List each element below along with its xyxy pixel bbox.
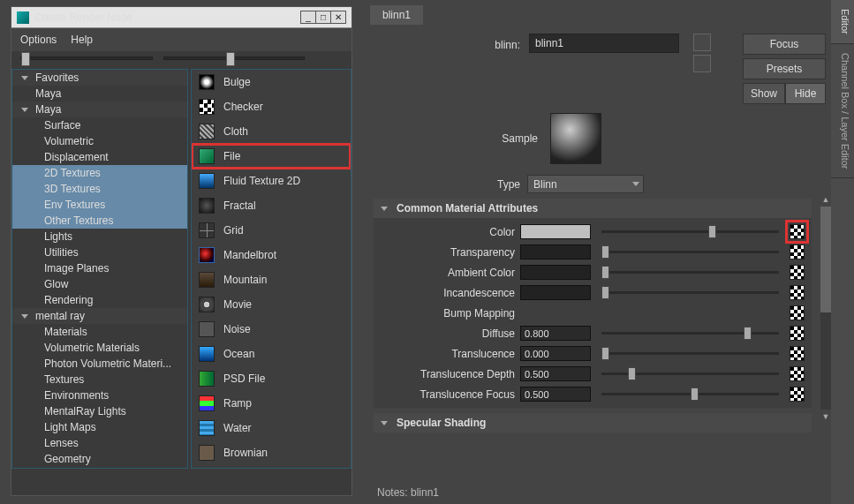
tfocus-map-button[interactable] <box>790 387 805 402</box>
ocean-icon <box>199 346 215 362</box>
type-dropdown[interactable]: Blinn <box>527 175 644 193</box>
tex-fluid[interactable]: Fluid Texture 2D <box>192 169 351 193</box>
tree-utilities[interactable]: Utilities <box>12 244 187 260</box>
sidetab-channel[interactable]: Channel Box / Layer Editor <box>831 44 854 178</box>
tree-env-textures[interactable]: Env Textures <box>12 197 187 213</box>
ambient-map-button[interactable] <box>790 265 805 280</box>
scroll-thumb[interactable] <box>820 207 831 312</box>
tfocus-slider[interactable] <box>601 393 779 395</box>
tex-checker[interactable]: Checker <box>192 94 351 119</box>
tree-lenses[interactable]: Lenses <box>12 435 187 451</box>
tex-ocean[interactable]: Ocean <box>192 342 351 366</box>
tex-ramp[interactable]: Ramp <box>192 391 351 416</box>
attr-scrollbar[interactable]: ▲ ▼ <box>820 207 831 410</box>
focus-button[interactable]: Focus <box>743 34 826 55</box>
color-map-button[interactable] <box>790 224 805 239</box>
tfocus-input[interactable] <box>520 387 591 402</box>
tex-mandelbrot[interactable]: Mandelbrot <box>192 243 351 267</box>
tree-favorites[interactable]: Favorites <box>12 70 187 86</box>
tree-maya-fav[interactable]: Maya <box>12 86 187 102</box>
tdepth-input[interactable] <box>520 366 591 381</box>
scroll-down-icon[interactable]: ▼ <box>820 411 831 422</box>
section-header-common[interactable]: Common Material Attributes <box>374 199 812 218</box>
tex-cloth[interactable]: Cloth <box>192 119 351 144</box>
tree-displacement[interactable]: Displacement <box>12 149 187 165</box>
tree-textures[interactable]: Textures <box>12 372 187 387</box>
tdepth-map-button[interactable] <box>790 366 805 381</box>
tree-mentalray[interactable]: mental ray <box>12 308 187 324</box>
tree-glow[interactable]: Glow <box>12 276 187 292</box>
diffuse-map-button[interactable] <box>790 326 805 341</box>
tex-brownian[interactable]: Brownian <box>192 440 351 465</box>
transparency-slider[interactable] <box>601 251 779 253</box>
tree-2d-textures[interactable]: 2D Textures <box>12 165 187 181</box>
menu-options[interactable]: Options <box>20 34 57 46</box>
slider-left[interactable] <box>20 56 153 60</box>
type-label: Type <box>370 178 520 191</box>
tdepth-slider[interactable] <box>601 372 779 375</box>
diffuse-slider[interactable] <box>601 332 779 335</box>
ambient-swatch[interactable] <box>520 265 591 280</box>
transparency-swatch[interactable] <box>520 244 591 260</box>
tree-geometry[interactable]: Geometry <box>12 451 187 467</box>
show-button[interactable]: Show <box>743 83 785 104</box>
tree-materials[interactable]: Materials <box>12 324 187 340</box>
slider-right[interactable] <box>163 56 305 60</box>
tree-rendering[interactable]: Rendering <box>12 292 187 308</box>
material-sample-swatch[interactable] <box>550 113 601 164</box>
texture-list[interactable]: Bulge Checker Cloth File Fluid Texture 2… <box>191 69 351 469</box>
tree-volumetric[interactable]: Volumetric <box>12 133 187 149</box>
input-connections-icon[interactable] <box>693 34 711 51</box>
presets-button[interactable]: Presets <box>743 58 826 79</box>
scroll-up-icon[interactable]: ▲ <box>820 194 831 205</box>
tree-image-planes[interactable]: Image Planes <box>12 260 187 276</box>
translucence-slider[interactable] <box>601 352 779 355</box>
tex-mountain[interactable]: Mountain <box>192 267 351 292</box>
tree-maya[interactable]: Maya <box>12 102 187 117</box>
tab-blinn1[interactable]: blinn1 <box>370 5 423 25</box>
tree-surface[interactable]: Surface <box>12 117 187 133</box>
ambient-slider[interactable] <box>601 271 779 274</box>
minimize-button[interactable]: _ <box>300 11 316 24</box>
incandescence-swatch[interactable] <box>520 285 591 300</box>
hide-button[interactable]: Hide <box>785 83 826 104</box>
tex-noise[interactable]: Noise <box>192 317 351 342</box>
tex-cloud[interactable]: Cloud <box>192 465 351 469</box>
tree-volmat[interactable]: Volumetric Materials <box>12 340 187 356</box>
transparency-map-button[interactable] <box>790 244 805 260</box>
menu-help[interactable]: Help <box>71 34 93 46</box>
titlebar[interactable]: Create Render Node _ □ ✕ <box>11 7 351 28</box>
incandescence-map-button[interactable] <box>790 285 805 300</box>
translucence-map-button[interactable] <box>790 346 805 361</box>
bump-map-button[interactable] <box>790 305 805 320</box>
tree-lightmaps[interactable]: Light Maps <box>12 419 187 435</box>
incandescence-slider[interactable] <box>601 291 779 294</box>
tex-grid[interactable]: Grid <box>192 218 351 243</box>
translucence-input[interactable] <box>520 346 591 361</box>
tex-psd[interactable]: PSD File <box>192 366 351 391</box>
tex-file[interactable]: File <box>192 144 351 169</box>
grid-icon <box>199 222 215 238</box>
output-connections-icon[interactable] <box>693 55 711 72</box>
tree-mrlights[interactable]: MentalRay Lights <box>12 403 187 419</box>
tree-3d-textures[interactable]: 3D Textures <box>12 181 187 197</box>
node-name-input[interactable] <box>529 34 679 53</box>
tex-bulge[interactable]: Bulge <box>192 70 351 94</box>
color-swatch[interactable] <box>520 224 591 239</box>
tree-lights[interactable]: Lights <box>12 229 187 244</box>
tex-water[interactable]: Water <box>192 416 351 440</box>
section-header-specular[interactable]: Specular Shading <box>374 413 812 433</box>
close-button[interactable]: ✕ <box>330 11 346 24</box>
color-slider[interactable] <box>601 230 779 233</box>
tree-other-textures[interactable]: Other Textures <box>12 213 187 229</box>
tree-contour-store[interactable]: Contour Store <box>12 467 187 469</box>
sidetab-editor[interactable]: Editor <box>831 0 854 44</box>
restore-button[interactable]: □ <box>315 11 331 24</box>
row-transparency: Transparency <box>374 242 812 262</box>
diffuse-input[interactable] <box>520 326 591 341</box>
tex-fractal[interactable]: Fractal <box>192 193 351 218</box>
category-tree[interactable]: Favorites Maya Maya Surface Volumetric D… <box>11 69 188 469</box>
tree-photon[interactable]: Photon Volumetric Materi... <box>12 356 187 372</box>
tree-environments[interactable]: Environments <box>12 387 187 403</box>
tex-movie[interactable]: Movie <box>192 292 351 317</box>
